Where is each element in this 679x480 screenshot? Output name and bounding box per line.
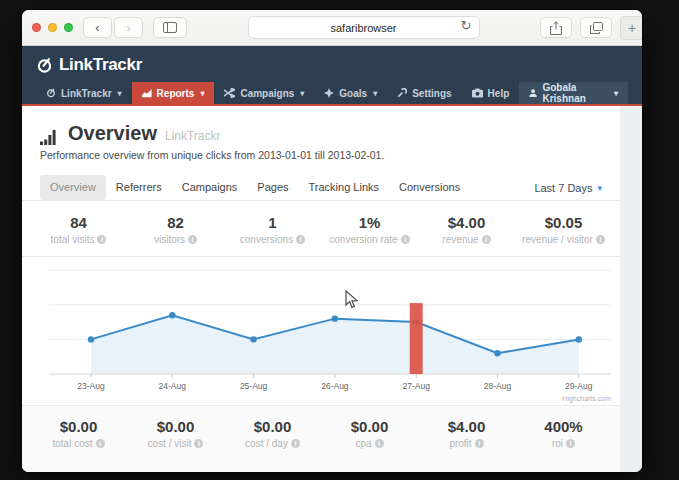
nav-label: Goals — [339, 88, 367, 99]
browser-window: ‹ › safaribrowser ↻ — [22, 10, 642, 472]
traffic-lights — [32, 23, 73, 32]
info-icon[interactable] — [596, 235, 605, 244]
stat-label: total visits — [51, 234, 95, 245]
tab-pages[interactable]: Pages — [247, 175, 298, 200]
tab-referrers[interactable]: Referrers — [106, 175, 172, 200]
stat-value: $0.00 — [127, 418, 224, 435]
stat-revenue-per-visitor: $0.05 revenue / visitor — [515, 214, 612, 245]
new-tab-button[interactable]: + — [620, 16, 642, 40]
stat-roi: 400% roi — [515, 418, 612, 472]
tabs-icon — [590, 22, 603, 34]
share-button[interactable] — [540, 17, 572, 38]
info-icon[interactable] — [194, 439, 203, 448]
nav-label: Campaigns — [240, 88, 294, 99]
stat-cpa: $0.00 cpa — [321, 418, 418, 472]
stat-total-visits: 84 total visits — [30, 214, 127, 245]
sidebar-toggle-button[interactable] — [153, 17, 187, 38]
page-subtitle: Performance overview from unique clicks … — [40, 149, 602, 161]
svg-text:29-Aug: 29-Aug — [565, 381, 593, 391]
stat-label: revenue / visitor — [522, 234, 593, 245]
back-button[interactable]: ‹ — [83, 17, 112, 38]
stat-label: cpa — [355, 438, 371, 449]
address-bar[interactable]: safaribrowser ↻ — [248, 16, 480, 39]
stat-label: total cost — [52, 438, 92, 449]
nav-item-campaigns[interactable]: Campaigns ▾ — [214, 82, 314, 104]
bar-chart-icon — [40, 129, 60, 145]
main-nav: LinkTrackr ▾ Reports ▾ — [36, 82, 628, 104]
report-tabs: Overview Referrers Campaigns Pages Track… — [22, 175, 620, 201]
close-window-button[interactable] — [32, 23, 41, 32]
stat-label: revenue — [442, 234, 478, 245]
nav-item-reports[interactable]: Reports ▾ — [132, 82, 215, 104]
stat-value: $0.05 — [515, 214, 612, 231]
nav-item-linktrackr[interactable]: LinkTrackr ▾ — [36, 82, 132, 104]
stat-profit: $4.00 profit — [418, 418, 515, 472]
date-range-label: Last 7 Days — [534, 182, 592, 194]
chevron-down-icon: ▾ — [118, 89, 122, 98]
stats-top-row: 84 total visits 82 visitors 1 conversion… — [22, 201, 620, 256]
nav-item-help[interactable]: Help — [462, 82, 520, 104]
info-icon[interactable] — [482, 235, 491, 244]
tab-conversions[interactable]: Conversions — [389, 175, 470, 200]
svg-text:25-Aug: 25-Aug — [240, 381, 268, 391]
brand-name: LinkTrackr — [59, 55, 142, 75]
stat-label: conversion rate — [329, 234, 397, 245]
zoom-window-button[interactable] — [64, 23, 73, 32]
nav-item-goals[interactable]: Goals ▾ — [314, 82, 387, 104]
stat-value: $4.00 — [418, 418, 515, 435]
stat-total-cost: $0.00 total cost — [30, 418, 127, 472]
tab-overview-button[interactable] — [580, 17, 612, 38]
stat-label: profit — [449, 438, 471, 449]
stat-label: conversions — [240, 234, 293, 245]
stat-conversions: 1 conversions — [224, 214, 321, 245]
nav-item-settings[interactable]: Settings — [387, 82, 461, 104]
shuffle-icon — [224, 88, 235, 98]
page-body: Overview LinkTrackr Performance overview… — [22, 106, 642, 472]
svg-text:Highcharts.com: Highcharts.com — [562, 395, 611, 403]
minimize-window-button[interactable] — [48, 23, 57, 32]
goals-icon — [324, 88, 334, 98]
tab-tracking-links[interactable]: Tracking Links — [299, 175, 390, 200]
info-icon[interactable] — [96, 439, 105, 448]
tab-campaigns[interactable]: Campaigns — [172, 175, 248, 200]
svg-text:23-Aug: 23-Aug — [77, 381, 105, 391]
refresh-icon[interactable]: ↻ — [461, 18, 472, 33]
stat-value: $0.00 — [30, 418, 127, 435]
user-name: Gobala Krishnan — [542, 82, 608, 104]
stat-cost-per-day: $0.00 cost / day — [224, 418, 321, 472]
stat-label: roi — [552, 438, 563, 449]
overview-chart[interactable]: 23-Aug24-Aug25-Aug26-Aug27-Aug28-Aug29-A… — [23, 257, 619, 405]
stat-label: cost / visit — [148, 438, 192, 449]
info-icon[interactable] — [291, 439, 300, 448]
forward-button[interactable]: › — [114, 17, 143, 38]
date-range-dropdown[interactable]: Last 7 Days ▾ — [534, 182, 602, 194]
stat-label: visitors — [154, 234, 185, 245]
user-icon — [529, 88, 537, 98]
nav-label: Reports — [157, 88, 195, 99]
tab-overview[interactable]: Overview — [40, 175, 106, 200]
stat-value: $4.00 — [418, 214, 515, 231]
chart-icon — [142, 88, 152, 98]
info-icon[interactable] — [296, 235, 305, 244]
chevron-down-icon: ▾ — [300, 89, 304, 98]
stat-value: 400% — [515, 418, 612, 435]
linktrackr-logo-icon — [36, 57, 53, 74]
chevron-down-icon: ▾ — [373, 89, 377, 98]
info-icon[interactable] — [475, 439, 484, 448]
address-bar-text: safaribrowser — [330, 22, 396, 34]
chevron-down-icon: ▾ — [200, 89, 204, 98]
stats-bottom-row: $0.00 total cost $0.00 cost / visit $0.0… — [22, 406, 620, 472]
app-header: LinkTrackr LinkTrackr ▾ Reports ▾ — [22, 46, 642, 104]
content-container: Overview LinkTrackr Performance overview… — [22, 106, 620, 472]
user-menu[interactable]: Gobala Krishnan ▾ — [519, 82, 628, 104]
info-icon[interactable] — [188, 235, 197, 244]
info-icon[interactable] — [375, 439, 384, 448]
svg-text:27-Aug: 27-Aug — [402, 381, 430, 391]
info-icon[interactable] — [566, 439, 575, 448]
svg-text:26-Aug: 26-Aug — [321, 381, 349, 391]
svg-text:24-Aug: 24-Aug — [159, 381, 187, 391]
info-icon[interactable] — [401, 235, 410, 244]
stat-visitors: 82 visitors — [127, 214, 224, 245]
info-icon[interactable] — [97, 235, 106, 244]
stat-label: cost / day — [245, 438, 288, 449]
